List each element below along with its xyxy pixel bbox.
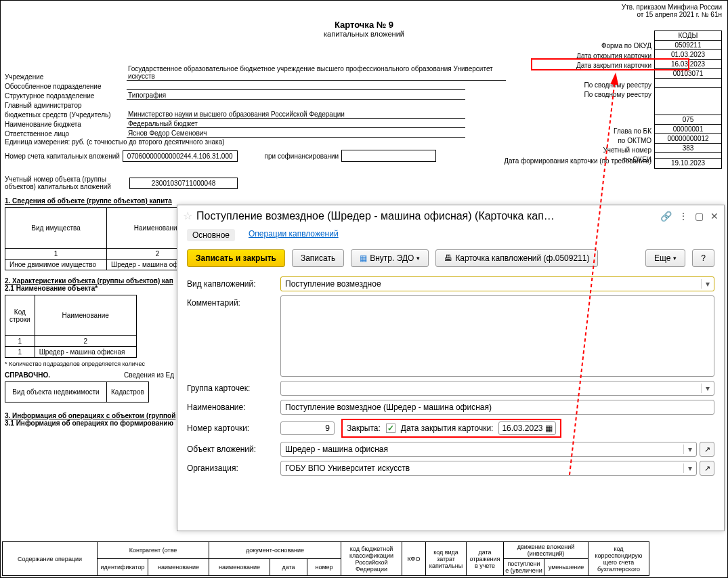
table-3: Вид объекта недвижимостиКадастров <box>5 381 149 402</box>
code-okud: 0509211 <box>655 41 721 50</box>
tab-ops[interactable]: Операции капвложений <box>249 229 339 241</box>
input-card-num[interactable]: 9 <box>280 421 335 435</box>
val-account: 07060000000000244.4.106.31.000 <box>123 150 238 162</box>
lbl-org-dlg: Организация: <box>187 463 275 473</box>
input-close-date[interactable]: 16.03.2023 ▦ <box>498 421 556 435</box>
lbl-card-num: Номер карточки: <box>187 424 275 433</box>
close-icon[interactable]: ✕ <box>710 211 719 222</box>
input-group[interactable]: ▾ <box>280 381 714 396</box>
more-button[interactable]: Еще ▾ <box>645 249 685 267</box>
lbl-admin2: бюджетных средств (Учредитель) <box>5 111 127 119</box>
val-org: Государственное образовательное бюджетно… <box>127 65 506 81</box>
lbl-resp: Ответственное лицо <box>5 130 127 138</box>
save-close-button[interactable]: Записать и закрыть <box>187 249 285 267</box>
lbl-sub: Обособленное подразделение <box>5 83 127 90</box>
code-open: 01.03.2023 <box>655 50 721 60</box>
dialog-title: Поступление возмездное (Шредер - машина … <box>196 210 656 222</box>
dropdown-icon[interactable]: ▾ <box>683 445 692 454</box>
dropdown-icon[interactable]: ▾ <box>701 384 710 393</box>
checkbox-closed[interactable] <box>386 424 395 433</box>
highlight-closed-row: Закрыта: Дата закрытия карточки: 16.03.2… <box>341 419 561 438</box>
lbl-org: Учреждение <box>5 73 127 81</box>
more-icon[interactable]: ⋮ <box>679 211 688 222</box>
val-budget: Федеральный бюджет <box>127 120 465 128</box>
section-1-header: 1. Сведения об объекте (группе объектов)… <box>5 197 723 205</box>
approval-line2: от 15 апреля 2021 г. № 61н <box>1 11 722 18</box>
print-button[interactable]: 🖶 Карточка капвложений (ф.0509211) <box>435 249 598 267</box>
input-org-dlg[interactable]: ГОБУ ВПО Университет искусств▾ <box>280 461 697 476</box>
val-obj-num: 23001030711000048 <box>129 178 238 189</box>
open-external-icon[interactable]: ↗ <box>700 442 714 457</box>
lbl-name: Наименование: <box>187 402 275 412</box>
spravochno-2: Сведения из Ед <box>124 371 174 379</box>
calendar-icon[interactable]: ▦ <box>545 424 553 433</box>
save-button[interactable]: Записать <box>292 249 344 267</box>
tab-main[interactable]: Основное <box>187 229 235 241</box>
lbl-closed: Закрыта: <box>347 424 381 433</box>
val-struct: Типография <box>127 91 465 100</box>
val-resp: Яснов Федор Семенович <box>127 129 465 138</box>
spravochno: СПРАВОЧНО. <box>5 371 50 379</box>
lbl-cofin: при софинансировании <box>265 152 339 160</box>
help-button[interactable]: ? <box>692 249 714 267</box>
dialog-card: ☆ Поступление возмездное (Шредер - машин… <box>177 205 725 531</box>
val-admin: Министерство науки и высшего образования… <box>127 110 465 119</box>
val-cofin <box>341 150 436 162</box>
lbl-admin1: Главный администратор <box>5 102 127 109</box>
codes-header: КОДЫ <box>655 31 721 41</box>
open-external-icon[interactable]: ↗ <box>700 461 714 476</box>
edo-button[interactable]: ▦ Внутр. ЭДО ▾ <box>351 249 429 267</box>
label-open-date: Дата открытия карточки <box>576 51 651 62</box>
lbl-obj-num: Учетный номер объекта (группы объектов) … <box>5 176 127 190</box>
link-icon[interactable]: 🔗 <box>660 211 672 222</box>
approval-line1: Утв. приказом Минфина России <box>1 3 722 11</box>
lbl-budget: Наименование бюджета <box>5 121 127 128</box>
lbl-comment: Комментарий: <box>187 295 275 308</box>
table-2: Код строкиНаименование 12 1Шредер - маши… <box>5 295 137 358</box>
lbl-struct: Структурное подразделение <box>5 92 127 100</box>
doc-title: Карточка № 9 <box>1 20 727 30</box>
lbl-account: Номер счета капитальных вложений <box>5 152 120 160</box>
doc-subtitle: капитальных вложений <box>1 30 727 38</box>
lbl-obj: Объект вложений: <box>187 445 275 454</box>
lbl-group: Группа карточек: <box>187 384 275 393</box>
lbl-close-date: Дата закрытия карточки: <box>401 424 494 433</box>
val-sub <box>127 82 465 90</box>
label-okud: Форма по ОКУД <box>576 41 651 51</box>
printer-icon: 🖶 <box>444 253 452 263</box>
input-comment[interactable] <box>280 295 714 377</box>
lbl-type: Вид капвложений: <box>187 279 275 289</box>
input-obj[interactable]: Шредер - машина офисная▾ <box>280 442 697 457</box>
dropdown-icon[interactable]: ▾ <box>683 463 692 473</box>
units-label: Единица измерения: руб. (с точностью до … <box>5 138 723 146</box>
window-icon[interactable]: ▢ <box>695 211 704 222</box>
input-name[interactable]: Поступление возмездное (Шредер - машина … <box>280 400 714 415</box>
bottom-table: Содержание операции Контрагент (отве док… <box>2 541 649 576</box>
dropdown-icon[interactable]: ▾ <box>701 279 710 289</box>
input-type[interactable]: Поступление возмездное ▾ <box>280 276 714 291</box>
favorite-icon[interactable]: ☆ <box>183 209 192 222</box>
